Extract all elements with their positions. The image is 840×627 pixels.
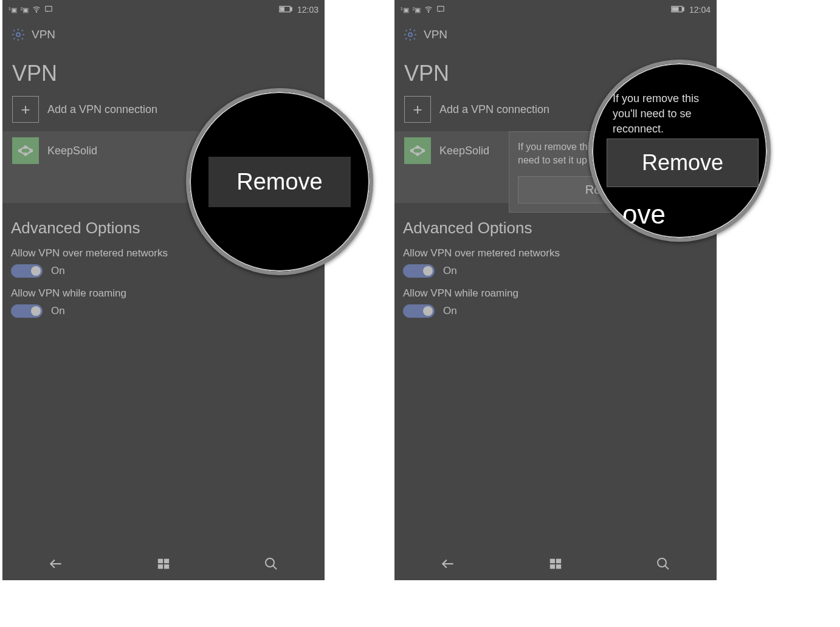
- option-roaming-label: Allow VPN while roaming: [11, 287, 316, 300]
- keepsolid-logo-icon: [12, 137, 39, 164]
- header-title: VPN: [424, 28, 447, 41]
- magnifier-right: If you remove thisyou'll need to serecon…: [588, 60, 771, 242]
- phone-screen-left: ¹▣ ²▣ 12:03 VPN VPN + Add a VPN connecti…: [2, 0, 325, 580]
- search-icon[interactable]: [655, 556, 671, 572]
- gear-icon: [403, 27, 418, 42]
- magnified-dialog-text: If you remove thisyou'll need to serecon…: [613, 91, 755, 137]
- windows-icon[interactable]: [548, 556, 563, 572]
- option-roaming-label: Allow VPN while roaming: [403, 287, 708, 300]
- app-header: VPN: [394, 19, 717, 50]
- toggle-metered[interactable]: [11, 264, 43, 278]
- svg-rect-11: [164, 558, 169, 563]
- app-header: VPN: [2, 19, 325, 50]
- battery-icon: [279, 5, 292, 15]
- wifi-icon: [424, 5, 433, 15]
- wifi-icon: [32, 5, 41, 15]
- toggle-metered[interactable]: [403, 264, 435, 278]
- svg-rect-18: [683, 7, 684, 11]
- back-icon[interactable]: [440, 556, 456, 572]
- toggle-roaming-state: On: [443, 305, 457, 317]
- windows-icon[interactable]: [156, 556, 171, 572]
- svg-point-24: [416, 153, 419, 156]
- svg-rect-12: [158, 564, 163, 568]
- navigation-bar: [394, 547, 717, 580]
- svg-point-20: [408, 33, 412, 36]
- toggle-roaming-state: On: [51, 305, 65, 317]
- message-icon: [44, 5, 53, 15]
- keepsolid-logo-icon: [404, 137, 431, 164]
- plus-icon: +: [12, 96, 39, 123]
- magnified-dialog-remove-button[interactable]: Remove: [607, 139, 759, 187]
- toggle-metered-state: On: [51, 265, 65, 277]
- svg-rect-19: [673, 7, 678, 11]
- svg-rect-25: [550, 558, 555, 563]
- magnifier-left: Remove: [186, 88, 373, 275]
- header-title: VPN: [32, 28, 55, 41]
- svg-rect-26: [556, 558, 561, 563]
- svg-point-9: [24, 153, 27, 156]
- option-roaming: Allow VPN while roaming On: [2, 284, 325, 324]
- svg-point-29: [658, 558, 666, 567]
- vpn-name: KeepSolid: [47, 145, 97, 157]
- magnified-remove-button[interactable]: Remove: [208, 157, 351, 207]
- svg-rect-1: [46, 6, 52, 11]
- svg-rect-10: [158, 558, 163, 563]
- magnified-cut-text: ove: [622, 199, 666, 230]
- svg-rect-28: [556, 564, 561, 568]
- sim2-icon: ²▣: [413, 6, 421, 14]
- battery-icon: [671, 5, 684, 15]
- svg-point-21: [411, 149, 413, 152]
- svg-point-8: [24, 146, 27, 148]
- sim1-icon: ¹▣: [401, 6, 409, 14]
- toggle-roaming[interactable]: [403, 304, 435, 318]
- toggle-metered-state: On: [443, 265, 457, 277]
- svg-point-23: [416, 146, 419, 148]
- option-metered-label: Allow VPN over metered networks: [403, 247, 708, 259]
- toggle-roaming[interactable]: [11, 304, 43, 318]
- svg-rect-4: [281, 7, 284, 11]
- svg-point-22: [422, 149, 425, 152]
- svg-point-6: [19, 149, 21, 152]
- svg-point-15: [429, 12, 429, 12]
- clock: 12:03: [297, 5, 318, 15]
- page-title: VPN: [2, 50, 325, 94]
- svg-rect-3: [291, 7, 292, 11]
- vpn-name: KeepSolid: [439, 145, 489, 157]
- svg-point-0: [36, 12, 37, 12]
- svg-point-14: [266, 558, 274, 567]
- back-icon[interactable]: [48, 556, 64, 572]
- status-bar: ¹▣ ²▣ 12:03: [2, 0, 325, 19]
- status-bar: ¹▣ ²▣ 12:04: [394, 0, 717, 19]
- sim1-icon: ¹▣: [9, 6, 17, 14]
- svg-rect-16: [438, 6, 444, 11]
- svg-rect-27: [550, 564, 555, 568]
- clock: 12:04: [689, 5, 711, 15]
- message-icon: [436, 5, 445, 15]
- option-roaming: Allow VPN while roaming On: [394, 284, 717, 324]
- sim2-icon: ²▣: [21, 6, 29, 14]
- svg-point-7: [30, 149, 33, 152]
- gear-icon: [11, 27, 26, 42]
- add-vpn-label: Add a VPN connection: [439, 103, 549, 116]
- svg-point-5: [16, 33, 20, 36]
- navigation-bar: [2, 547, 325, 580]
- search-icon[interactable]: [263, 556, 279, 572]
- option-metered: Allow VPN over metered networks On: [394, 244, 717, 284]
- add-vpn-label: Add a VPN connection: [47, 103, 157, 116]
- plus-icon: +: [404, 96, 431, 123]
- svg-rect-13: [164, 564, 169, 568]
